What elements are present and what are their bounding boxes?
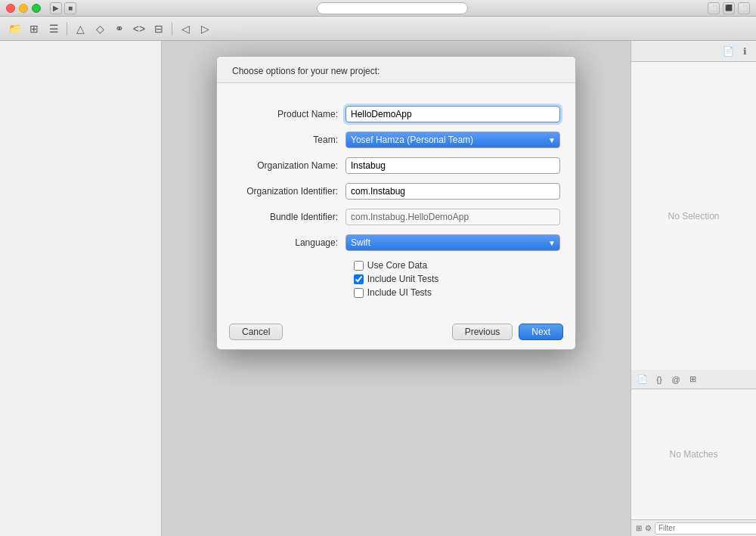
right-panel-bottom: 📄 {} @ ⊞ No Matches ⊞ ⚙ [631,370,756,536]
checkboxes-row: Use Core Data Include Unit Tests Include… [232,260,560,298]
language-select[interactable]: Swift [345,234,560,251]
title-bar-extra-buttons: ▶ ■ [50,2,76,14]
main-layout: Choose options for your new project: Pro… [0,41,756,536]
no-selection-text: No Selection [668,211,719,222]
bundle-id-value: com.Instabug.HelloDemoApp [345,209,560,225]
team-label: Team: [232,135,345,145]
right-panel-bottom-content: No Matches [631,389,756,519]
language-label: Language: [232,237,345,248]
title-bar-right-buttons: ⬜ ⬛ ⬜ [708,2,750,14]
bundle-id-label: Bundle Identifier: [232,212,345,222]
title-bar-center [81,2,703,14]
team-row: Team: Yosef Hamza (Personal Team) ▼ [232,132,560,148]
product-name-input[interactable] [345,106,560,122]
dialog-body: Product Name: Team: Yosef Hamza (Persona… [217,83,575,318]
org-id-input[interactable] [345,183,560,200]
org-id-label: Organization Identifier: [232,186,345,197]
org-name-label: Organization Name: [232,160,345,171]
nav-prev-icon[interactable]: ◁ [177,20,194,37]
include-ui-tests-checkbox[interactable] [354,288,364,298]
rp-file-icon[interactable]: 📄 [721,45,735,58]
dialog-header-text: Choose options for your new project: [232,66,380,76]
bundle-id-row: Bundle Identifier: com.Instabug.HelloDem… [232,209,560,225]
toolbar-sep-2 [172,22,172,36]
main-toolbar: 📁 ⊞ ☰ △ ◇ ⚭ <> ⊟ ◁ ▷ [0,17,756,41]
grid-icon[interactable]: ⊞ [26,20,42,37]
language-row: Language: Swift ▼ [232,234,560,251]
language-select-wrapper: Swift ▼ [345,234,560,251]
title-bar: ▶ ■ ⬜ ⬛ ⬜ [0,0,756,17]
include-unit-tests-label[interactable]: Include Unit Tests [354,274,439,284]
rp-doc-icon[interactable]: 📄 [636,373,649,386]
product-name-row: Product Name: [232,106,560,122]
checkbox-container: Use Core Data Include Unit Tests Include… [354,260,439,298]
org-name-row: Organization Name: [232,157,560,174]
dialog-footer-right: Previous Next [452,324,563,340]
rp-info-icon[interactable]: ℹ [738,45,751,58]
stop-button[interactable]: ■ [64,2,76,14]
right-panel: 📄 ℹ No Selection 📄 {} @ ⊞ No Matches ⊞ ⚙ [631,41,756,536]
dialog-footer: Cancel Previous Next [217,318,575,349]
rp-footer-settings-icon[interactable]: ⚙ [645,522,652,535]
list-icon[interactable]: ☰ [45,20,62,37]
link-icon[interactable]: ⚭ [111,20,128,37]
title-search-bar [317,2,468,14]
toolbar-sep-1 [67,22,67,36]
split-view-button[interactable]: ⬛ [723,2,735,14]
right-panel-bottom-toolbar: 📄 {} @ ⊞ [631,370,756,389]
play-button[interactable]: ▶ [50,2,62,14]
use-core-data-checkbox[interactable] [354,261,364,271]
minimize-button[interactable] [19,4,28,13]
nav-next-icon[interactable]: ▷ [197,20,213,37]
include-unit-tests-checkbox[interactable] [354,274,364,284]
no-matches-text: No Matches [669,449,717,460]
dialog-header: Choose options for your new project: [217,57,575,83]
left-sidebar [0,41,162,536]
cancel-button[interactable]: Cancel [229,324,283,340]
code-icon[interactable]: <> [131,20,147,37]
rp-braces-icon[interactable]: {} [652,373,666,386]
next-button[interactable]: Next [519,324,563,340]
warn-icon[interactable]: △ [72,20,88,37]
org-name-input[interactable] [345,157,560,174]
grid2-icon[interactable]: ⊟ [150,20,167,37]
team-select-wrapper: Yosef Hamza (Personal Team) ▼ [345,132,560,148]
new-project-dialog: Choose options for your new project: Pro… [216,56,576,350]
close-button[interactable] [6,4,15,13]
maximize-button[interactable] [32,4,41,13]
panel-toggle-button[interactable]: ⬜ [738,2,750,14]
diamond-icon[interactable]: ◇ [91,20,108,37]
org-id-row: Organization Identifier: [232,183,560,200]
use-core-data-label[interactable]: Use Core Data [354,260,427,271]
filter-input[interactable] [655,522,756,534]
traffic-lights [6,4,41,13]
rp-resize-icon[interactable]: ⊞ [686,373,699,386]
team-select[interactable]: Yosef Hamza (Personal Team) [345,132,560,148]
include-ui-tests-label[interactable]: Include UI Tests [354,287,432,298]
rp-footer-grid-icon[interactable]: ⊞ [636,522,642,535]
product-name-label: Product Name: [232,109,345,119]
right-panel-icon-bar: 📄 ℹ [631,41,756,62]
folder-icon[interactable]: 📁 [6,20,23,37]
rp-at-icon[interactable]: @ [669,373,683,386]
previous-button[interactable]: Previous [452,324,513,340]
center-content: Choose options for your new project: Pro… [162,41,631,536]
sidebar-toggle-button[interactable]: ⬜ [708,2,720,14]
right-panel-no-selection: No Selection [631,62,756,370]
right-panel-bottom-footer: ⊞ ⚙ [631,519,756,536]
